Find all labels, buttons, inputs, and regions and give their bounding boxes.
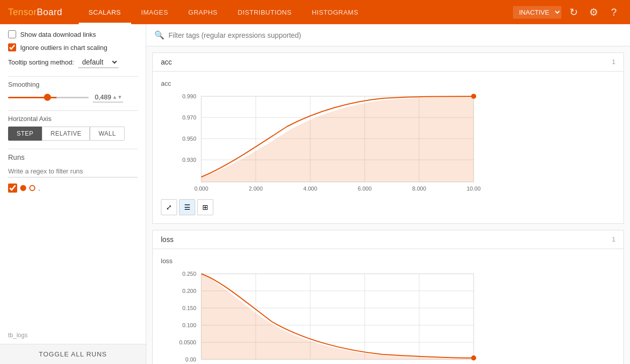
main-layout: Show data download links Ignore outliers… [0, 24, 630, 364]
nav-item-distributions[interactable]: DISTRIBUTIONS [227, 0, 302, 24]
svg-text:0.970: 0.970 [182, 114, 196, 120]
logo: TensorBoard [8, 7, 63, 18]
sidebar: Show data download links Ignore outliers… [0, 24, 146, 364]
filter-input[interactable] [168, 31, 622, 39]
expand-chart-button[interactable]: ⤢ [161, 199, 177, 215]
loss-chart-title: loss [161, 257, 615, 265]
smoothing-value: 0,489 ▲▼ [93, 92, 123, 102]
section-loss-header: loss 1 [153, 230, 623, 249]
runs-label: Runs [8, 153, 138, 161]
axis-btn-relative[interactable]: RELATIVE [42, 127, 90, 141]
svg-text:0.930: 0.930 [182, 157, 196, 163]
nav: SCALARS IMAGES GRAPHS DISTRIBUTIONS HIST… [79, 0, 513, 24]
smoothing-label: Smoothing [8, 81, 138, 88]
main-content: 🔍 acc 1 acc [146, 24, 630, 364]
smoothing-arrows: ▲▼ [112, 94, 123, 100]
show-download-checkbox[interactable] [8, 30, 16, 38]
run-name: . [38, 185, 40, 192]
svg-text:0.200: 0.200 [182, 288, 196, 294]
svg-text:8.000: 8.000 [412, 186, 426, 192]
grid-view-button[interactable]: ⊞ [197, 199, 213, 215]
ignore-outliers-label: Ignore outliers in chart scaling [20, 44, 107, 51]
tb-logs-label: tb_logs [8, 332, 28, 339]
axis-buttons: STEP RELATIVE WALL [8, 127, 138, 141]
sidebar-content: Show data download links Ignore outliers… [0, 24, 146, 364]
header-right: INACTIVE ↻ ⚙ ? [513, 4, 622, 20]
svg-text:0.950: 0.950 [182, 136, 196, 142]
nav-item-scalars[interactable]: SCALARS [79, 0, 131, 24]
svg-point-22 [471, 94, 476, 99]
nav-item-images[interactable]: IMAGES [131, 0, 179, 24]
divider-3 [8, 149, 138, 149]
acc-chart: 0.990 0.970 0.950 0.930 0.000 2.000 4.00… [161, 91, 484, 197]
tooltip-label: Tooltip sorting method: [8, 58, 74, 66]
ignore-outliers-row[interactable]: Ignore outliers in chart scaling [8, 43, 138, 51]
help-icon[interactable]: ? [606, 4, 622, 20]
svg-text:0.100: 0.100 [182, 322, 196, 328]
acc-chart-container: acc [153, 72, 623, 223]
svg-text:0.00: 0.00 [186, 356, 196, 362]
svg-text:2.000: 2.000 [249, 186, 263, 192]
run-dot-filled [20, 185, 26, 191]
divider-1 [8, 76, 138, 77]
section-acc-header: acc 1 [153, 53, 623, 72]
section-acc-count: 1 [612, 58, 615, 66]
runs-filter-input[interactable] [8, 165, 138, 177]
filter-bar: 🔍 [146, 24, 630, 46]
logo-tensor: Tensor [8, 7, 37, 17]
section-acc: acc 1 acc [152, 52, 624, 224]
svg-text:0.990: 0.990 [182, 93, 196, 99]
list-view-button[interactable]: ☰ [179, 199, 195, 215]
nav-item-graphs[interactable]: GRAPHS [178, 0, 227, 24]
smoothing-row: 0,489 ▲▼ [8, 92, 138, 102]
section-loss-title: loss [161, 235, 174, 244]
section-loss-count: 1 [612, 236, 615, 243]
svg-point-48 [471, 355, 476, 360]
show-download-row[interactable]: Show data download links [8, 30, 138, 38]
smoothing-number: 0,489 [95, 93, 111, 101]
svg-text:0.150: 0.150 [182, 305, 196, 311]
svg-text:0.000: 0.000 [194, 186, 208, 192]
acc-chart-actions: ⤢ ☰ ⊞ [161, 199, 615, 215]
status-select[interactable]: INACTIVE [513, 6, 561, 19]
toggle-all-button[interactable]: TOGGLE ALL RUNS [0, 344, 146, 364]
run-dot-empty [29, 185, 35, 191]
refresh-icon[interactable]: ↻ [565, 4, 582, 20]
nav-item-histograms[interactable]: HISTOGRAMS [302, 0, 368, 24]
show-download-label: Show data download links [20, 31, 96, 38]
logo-board: Board [37, 7, 63, 17]
svg-text:0.0500: 0.0500 [179, 339, 196, 345]
search-icon: 🔍 [154, 30, 164, 40]
run-checkbox[interactable] [8, 184, 17, 193]
section-acc-title: acc [161, 58, 172, 66]
svg-text:4.000: 4.000 [303, 186, 317, 192]
loss-chart: 0.250 0.200 0.150 0.100 0.0500 0.00 0.00… [161, 269, 484, 364]
ignore-outliers-checkbox[interactable] [8, 43, 16, 51]
run-item: . [8, 184, 138, 193]
header: TensorBoard SCALARS IMAGES GRAPHS DISTRI… [0, 0, 630, 24]
settings-icon[interactable]: ⚙ [586, 4, 602, 20]
svg-text:10.00: 10.00 [467, 186, 481, 192]
horizontal-axis-label: Horizontal Axis [8, 115, 138, 123]
axis-btn-wall[interactable]: WALL [90, 127, 124, 141]
smoothing-slider[interactable] [8, 97, 89, 98]
section-loss: loss 1 loss [152, 230, 624, 364]
tooltip-row: Tooltip sorting method: default [8, 56, 138, 68]
loss-chart-container: loss [153, 249, 623, 364]
svg-text:6.000: 6.000 [358, 186, 372, 192]
divider-2 [8, 110, 138, 111]
acc-chart-title: acc [161, 80, 615, 87]
svg-text:0.250: 0.250 [182, 271, 196, 277]
tooltip-select[interactable]: default [78, 56, 119, 68]
axis-btn-step[interactable]: STEP [8, 127, 42, 141]
